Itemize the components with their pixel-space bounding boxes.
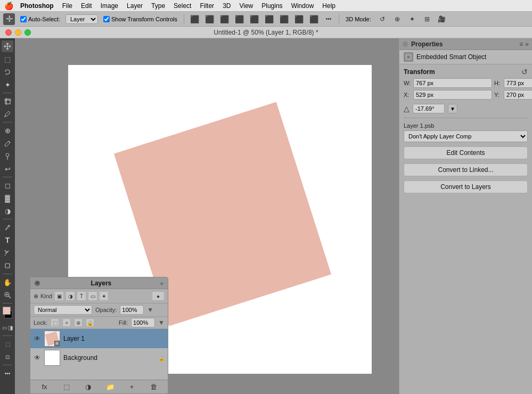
menu-file[interactable]: File xyxy=(59,1,76,11)
auto-select-checkbox[interactable] xyxy=(20,16,27,22)
path-selection-tool-button[interactable] xyxy=(2,247,13,259)
layer-select[interactable]: Layer Group xyxy=(66,14,98,24)
show-transform-checkbox[interactable] xyxy=(103,16,110,22)
shape-tool-button[interactable] xyxy=(2,260,13,272)
magic-wand-tool-button[interactable]: ✦ xyxy=(2,79,13,91)
convert-to-linked-button[interactable]: Convert to Linked... xyxy=(404,163,528,176)
distribute-right-icon[interactable]: ⬛ xyxy=(308,13,320,25)
delete-layer-button[interactable]: 🗑 xyxy=(149,382,159,392)
change-screen-mode-button[interactable]: ⬚ xyxy=(2,338,13,350)
gradient-tool-button[interactable]: ▓ xyxy=(2,192,13,204)
3d-icon-2[interactable]: ⊕ xyxy=(391,13,403,25)
create-layer-button[interactable]: + xyxy=(127,382,137,392)
menu-select[interactable]: Select xyxy=(170,1,194,11)
menu-filter[interactable]: Filter xyxy=(197,1,217,11)
lock-all-button[interactable]: 🔒 xyxy=(86,318,94,327)
menu-3d[interactable]: 3D xyxy=(219,1,234,11)
color-swatches[interactable] xyxy=(2,307,13,318)
distribute-center-icon[interactable]: ⬛ xyxy=(293,13,305,25)
filter-adjustment-button[interactable]: ◑ xyxy=(66,291,75,301)
transform-reset-icon[interactable]: ↺ xyxy=(521,68,528,76)
3d-icon-3[interactable]: ✦ xyxy=(406,13,418,25)
apple-icon[interactable]: 🍎 xyxy=(4,2,13,10)
dodge-tool-button[interactable]: ◑ xyxy=(2,205,13,217)
add-mask-button[interactable]: ⬚ xyxy=(62,382,71,392)
distribute-left-icon[interactable]: ⬛ xyxy=(278,13,290,25)
clone-stamp-tool-button[interactable] xyxy=(2,150,13,162)
layers-panel-collapse-button[interactable]: « xyxy=(160,280,163,286)
fill-input[interactable] xyxy=(131,318,155,327)
fill-arrow[interactable]: ▼ xyxy=(158,319,165,326)
add-layer-style-button[interactable]: fx xyxy=(40,382,50,392)
background-layer-item[interactable]: 👁 Background 🔒 xyxy=(30,348,168,367)
layer-comp-select[interactable]: Don't Apply Layer Comp xyxy=(404,130,528,142)
filter-type-button[interactable]: T xyxy=(77,291,86,301)
more-tools-button[interactable]: ••• xyxy=(2,367,13,379)
healing-tool-button[interactable]: ⊕ xyxy=(2,125,13,136)
quick-mask-button[interactable]: ◨ xyxy=(8,322,13,333)
opacity-arrow[interactable]: ▼ xyxy=(147,306,153,314)
more-options-icon[interactable]: ••• xyxy=(323,13,334,25)
filter-smart-button[interactable]: ✦ xyxy=(99,291,109,301)
3d-icon-4[interactable]: ⊞ xyxy=(421,13,433,25)
align-right-icon[interactable]: ⬛ xyxy=(218,13,230,25)
create-adjustment-button[interactable]: ◑ xyxy=(84,382,93,392)
menu-image[interactable]: Image xyxy=(97,1,121,11)
align-center-v-icon[interactable]: ⬛ xyxy=(248,13,260,25)
close-button[interactable] xyxy=(5,29,12,36)
lock-position-button[interactable]: + xyxy=(62,318,71,327)
move-tool-icon[interactable]: ✛ xyxy=(3,13,15,25)
menu-photoshop[interactable]: Photoshop xyxy=(17,1,57,11)
hand-tool-button[interactable]: ✋ xyxy=(2,276,13,288)
lasso-tool-button[interactable] xyxy=(2,66,13,78)
menu-help[interactable]: Help xyxy=(319,1,339,11)
history-brush-tool-button[interactable]: ↩ xyxy=(2,163,13,175)
properties-options-icon[interactable]: » xyxy=(525,40,529,48)
eraser-tool-button[interactable]: ◻ xyxy=(2,179,13,191)
angle-input[interactable] xyxy=(413,104,445,113)
menu-edit[interactable]: Edit xyxy=(78,1,95,11)
lock-artboards-button[interactable]: ⊕ xyxy=(74,318,83,327)
3d-icon-1[interactable]: ↺ xyxy=(377,13,388,25)
brush-tool-button[interactable] xyxy=(2,137,13,149)
height-input[interactable] xyxy=(504,78,532,88)
lock-pixels-button[interactable]: ⬚ xyxy=(51,318,59,327)
filter-pixel-button[interactable]: ▣ xyxy=(54,291,64,301)
y-input[interactable] xyxy=(504,90,532,100)
layer-1-visibility-toggle[interactable]: 👁 xyxy=(34,335,41,342)
canvas-area[interactable]: ✕ Layers « ⊕ Kind ▣ ◑ T ▭ ✦ ● N xyxy=(15,38,399,394)
zoom-tool-button[interactable] xyxy=(2,289,13,301)
maximize-button[interactable] xyxy=(24,29,31,36)
text-tool-button[interactable]: T xyxy=(2,234,13,246)
opacity-input[interactable] xyxy=(120,305,144,315)
filter-toggle-button[interactable]: ● xyxy=(152,291,165,301)
align-center-h-icon[interactable]: ⬛ xyxy=(203,13,215,25)
blend-mode-select[interactable]: Normal Multiply Screen xyxy=(34,305,92,315)
menu-view[interactable]: View xyxy=(236,1,256,11)
menu-plugins[interactable]: Plugins xyxy=(258,1,285,11)
x-input[interactable] xyxy=(413,90,492,100)
align-bottom-icon[interactable]: ⬛ xyxy=(263,13,275,25)
align-left-icon[interactable]: ⬛ xyxy=(189,13,200,25)
layers-panel-close-button[interactable]: ✕ xyxy=(35,281,40,286)
crop-tool-button[interactable] xyxy=(2,95,13,107)
align-top-icon[interactable]: ⬛ xyxy=(233,13,245,25)
convert-to-layers-button[interactable]: Convert to Layers xyxy=(404,180,528,193)
create-group-button[interactable]: 📁 xyxy=(105,382,115,392)
menu-type[interactable]: Type xyxy=(148,1,168,11)
angle-dropdown-button[interactable]: ▼ xyxy=(448,104,457,113)
standard-mode-button[interactable]: ▭ xyxy=(2,322,7,333)
menu-window[interactable]: Window xyxy=(288,1,317,11)
background-layer-visibility-toggle[interactable]: 👁 xyxy=(34,354,41,362)
frame-tool-button[interactable]: ⊡ xyxy=(2,351,13,363)
minimize-button[interactable] xyxy=(15,29,21,36)
width-input[interactable] xyxy=(413,78,492,88)
select-rect-tool-button[interactable]: ⬚ xyxy=(2,53,13,65)
properties-close-button[interactable] xyxy=(403,42,408,47)
filter-shape-button[interactable]: ▭ xyxy=(88,291,97,301)
move-tool-button[interactable] xyxy=(2,40,13,52)
menu-layer[interactable]: Layer xyxy=(124,1,146,11)
foreground-color-swatch[interactable] xyxy=(3,307,11,315)
3d-icon-5[interactable]: 🎥 xyxy=(436,13,448,25)
eyedropper-tool-button[interactable] xyxy=(2,108,13,120)
